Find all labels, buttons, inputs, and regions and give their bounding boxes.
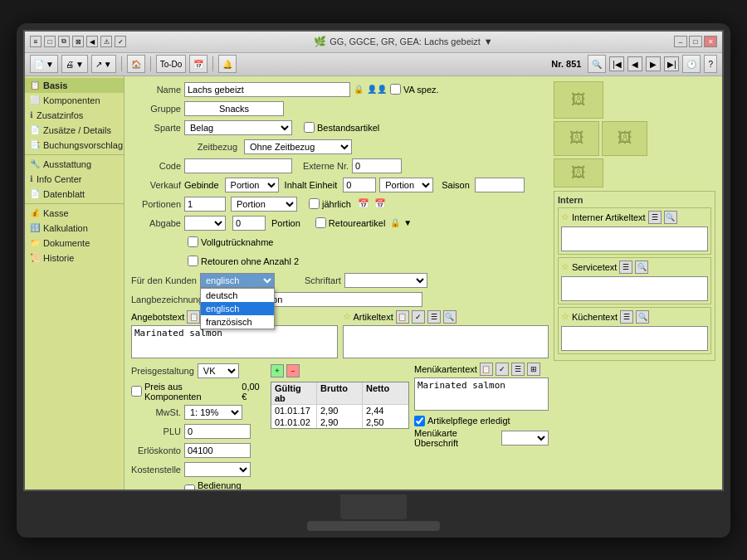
schriftart-select[interactable] <box>344 273 427 288</box>
sidebar-item-ausstattung[interactable]: 🔧 Ausstattung <box>25 157 124 172</box>
restore-icon[interactable]: ⧉ <box>58 36 70 47</box>
va-spez-checkbox[interactable]: VA spez. <box>390 84 439 95</box>
todo-button[interactable]: To-Do <box>156 55 187 73</box>
service-search-btn[interactable]: 🔍 <box>635 261 648 274</box>
clock-button[interactable]: 🕐 <box>682 55 701 73</box>
cal1-icon[interactable]: 📅 <box>358 198 369 209</box>
erlos-input[interactable] <box>184 443 251 458</box>
prev-button[interactable]: ◀ <box>627 56 642 71</box>
preisgestaltung-select[interactable]: VK <box>198 363 239 378</box>
sparte-select[interactable]: Belag <box>184 120 292 135</box>
sidebar-item-kasse[interactable]: 💰 Kasse <box>25 206 124 221</box>
table-row[interactable]: 01.01.02 2,90 2,50 <box>271 416 408 428</box>
sidebar-item-kalkulation[interactable]: 🔢 Kalkulation <box>25 221 124 236</box>
minimize-button[interactable]: – <box>674 36 687 47</box>
externe-nr-input[interactable] <box>352 158 402 173</box>
dropdown-arrow[interactable]: ▼ <box>484 37 493 46</box>
home-button[interactable]: 🏠 <box>127 55 145 73</box>
kuchen-list-btn[interactable]: ☰ <box>620 310 633 324</box>
preis-komp-check[interactable]: Preis aus Komponenten <box>131 382 235 402</box>
kosten-select[interactable] <box>184 462 251 477</box>
menukarten-expand-btn[interactable]: ⊞ <box>527 363 540 376</box>
export-button[interactable]: ↗▼ <box>91 55 116 73</box>
remove-price-btn[interactable]: – <box>286 364 300 377</box>
kunden-option-englisch[interactable]: englisch <box>201 302 274 315</box>
portion-select[interactable]: Portion <box>225 178 279 192</box>
service-list-btn[interactable]: ☰ <box>619 261 632 274</box>
kuchen-search-btn[interactable]: 🔍 <box>636 310 649 324</box>
back-icon[interactable]: ◀ <box>86 36 98 47</box>
artikeltext-edit-btn[interactable]: ✓ <box>412 310 425 324</box>
artikeltext-search-btn[interactable]: 🔍 <box>443 310 456 324</box>
window-icon[interactable]: □ <box>44 36 56 47</box>
kunden-option-deutsch[interactable]: deutsch <box>201 289 274 302</box>
retour-check[interactable]: Retoureartikel <box>315 217 385 228</box>
help-button[interactable]: ? <box>704 55 717 73</box>
menukartentext-input[interactable]: Marinated salmon <box>414 377 549 411</box>
artikeltext-input[interactable] <box>343 325 549 358</box>
servicetext-input[interactable] <box>561 276 708 301</box>
alert-icon[interactable]: ⚠ <box>100 36 112 47</box>
zeitbezug-select[interactable]: Ohne Zeitbezug <box>244 139 352 154</box>
table-row[interactable]: 01.01.17 2,90 2,44 <box>271 405 408 416</box>
saison-input[interactable] <box>475 178 525 192</box>
portionen-input[interactable] <box>184 197 226 212</box>
close-small-icon[interactable]: ⊠ <box>72 36 84 47</box>
abgabe-input[interactable] <box>232 216 266 231</box>
cal2-icon[interactable]: 📅 <box>374 198 386 209</box>
last-button[interactable]: ▶| <box>664 56 679 71</box>
inhalt-input[interactable] <box>343 178 376 192</box>
sidebar-item-zusatzinfos[interactable]: ℹ Zusatzinfos <box>25 108 124 123</box>
menukarten-edit-btn[interactable]: ✓ <box>496 363 509 376</box>
abgabe-select[interactable] <box>184 216 226 231</box>
gruppe-input[interactable] <box>184 101 284 116</box>
menukarten-list-btn[interactable]: ☰ <box>511 363 525 376</box>
menukarten-copy-btn[interactable]: 📋 <box>480 363 493 376</box>
search-nr-button[interactable]: 🔍 <box>588 55 606 73</box>
print-button[interactable]: 🖨▼ <box>61 55 88 73</box>
bedienung-check[interactable]: Bedienung enthalten <box>184 480 266 489</box>
next-button[interactable]: ▶ <box>646 56 661 71</box>
bell-button[interactable]: 🔔 <box>218 55 237 73</box>
mwst-select[interactable]: 1: 19% <box>184 405 242 420</box>
name-input[interactable] <box>184 82 350 97</box>
intern-search-btn1[interactable]: 🔍 <box>664 211 677 224</box>
code-input[interactable] <box>184 158 292 173</box>
menu-icon[interactable]: ≡ <box>30 36 42 47</box>
plu-input[interactable] <box>184 424 251 439</box>
bestandsartikel-check[interactable]: Bestandsartikel <box>304 122 379 133</box>
sidebar-item-historie[interactable]: 📜 Historie <box>25 251 124 265</box>
add-price-btn[interactable]: + <box>271 364 284 377</box>
maximize-button[interactable]: □ <box>689 36 702 47</box>
va-spez-check[interactable] <box>390 84 401 95</box>
first-button[interactable]: |◀ <box>609 56 624 71</box>
sidebar-item-zusatze[interactable]: 📄 Zusätze / Details <box>25 123 124 138</box>
sidebar-item-dokumente[interactable]: 📁 Dokumente <box>25 236 124 251</box>
flag-icon[interactable]: ✓ <box>115 36 126 47</box>
intern-artikeltext-input[interactable] <box>561 226 708 251</box>
inhalt-unit-select[interactable]: Portion <box>379 178 433 192</box>
portionen-unit-select[interactable]: Portion <box>231 197 297 212</box>
retour-down[interactable]: ▼ <box>403 218 412 227</box>
calendar-button[interactable]: 📅 <box>189 55 208 73</box>
kuchentext-input[interactable] <box>561 326 708 351</box>
angebotstext-input[interactable]: Marinated salmon <box>131 325 338 358</box>
new-button[interactable]: 📄▼ <box>30 55 58 73</box>
artikelpflege-check[interactable]: Artikelpflege erledigt <box>414 416 510 426</box>
retouren-check[interactable]: Retouren ohne Anzahl 2 <box>188 256 299 266</box>
sidebar-item-datenblatt[interactable]: 📄 Datenblatt <box>25 187 124 202</box>
artikeltext-list-btn[interactable]: ☰ <box>427 310 441 324</box>
sidebar-item-infocenter[interactable]: ℹ Info Center <box>25 172 124 187</box>
intern-list-btn1[interactable]: ☰ <box>648 211 662 224</box>
sidebar-item-buchung[interactable]: 📑 Buchungsvorschlag <box>25 138 124 153</box>
menukarte-select[interactable] <box>501 431 549 446</box>
vollgut-check[interactable]: Vollgutrücknahme <box>188 236 273 247</box>
angebotstext-copy-btn[interactable]: 📋 <box>187 310 200 324</box>
jaehrlich-label[interactable]: jährlich <box>309 198 351 209</box>
sidebar-item-komponenten[interactable]: ⬜ Komponenten <box>25 93 124 108</box>
sidebar-item-basis[interactable]: 📋 Basis <box>25 78 124 93</box>
artikeltext-copy-btn[interactable]: 📋 <box>396 310 409 324</box>
kunden-select[interactable]: englisch <box>200 273 275 288</box>
kunden-option-franzosisch[interactable]: französisch <box>201 315 274 329</box>
close-button[interactable]: ✕ <box>704 36 717 47</box>
